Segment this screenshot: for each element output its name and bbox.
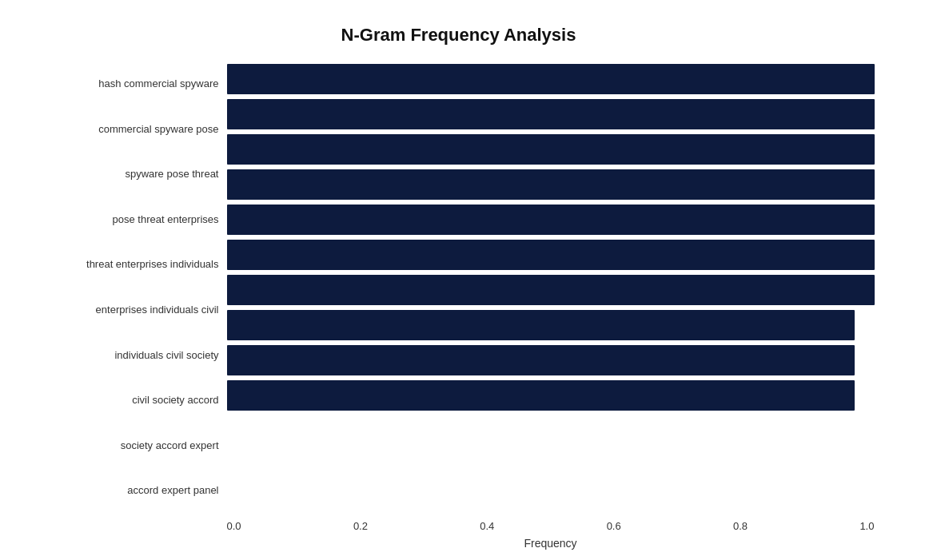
bar-row <box>227 378 875 413</box>
bar <box>227 240 875 270</box>
bar <box>227 310 855 340</box>
bars-section <box>227 62 875 413</box>
bar-row <box>227 272 875 308</box>
y-label: spyware pose threat <box>125 168 218 181</box>
chart-container: N-Gram Frequency Analysis hash commercia… <box>27 9 907 552</box>
chart-title: N-Gram Frequency Analysis <box>43 25 875 46</box>
y-label: accord expert panel <box>127 484 218 497</box>
bar <box>227 99 875 129</box>
bar <box>227 169 875 200</box>
bar <box>227 380 855 411</box>
bar <box>227 345 855 375</box>
bar <box>227 134 875 165</box>
y-label: enterprises individuals civil <box>96 304 219 316</box>
x-tick: 0.8 <box>733 520 748 532</box>
bar-row <box>227 343 875 378</box>
bar-row <box>227 202 875 237</box>
y-label: threat enterprises individuals <box>86 258 218 271</box>
x-tick: 0.4 <box>480 520 494 532</box>
bar-row <box>227 167 875 202</box>
bar-row <box>227 308 875 343</box>
y-label: civil society accord <box>132 394 218 407</box>
bar <box>227 64 875 94</box>
x-tick: 0.0 <box>227 520 241 532</box>
x-axis-area: 0.00.20.40.60.81.0 Frequency <box>227 517 875 550</box>
bar <box>227 205 875 235</box>
bar-row <box>227 132 875 167</box>
y-labels: hash commercial spywarecommercial spywar… <box>43 62 227 517</box>
x-tick: 0.6 <box>607 520 621 532</box>
y-label: pose threat enterprises <box>113 213 219 226</box>
x-axis-label: Frequency <box>227 537 875 550</box>
x-tick: 1.0 <box>859 520 874 532</box>
y-label: individuals civil society <box>114 349 218 362</box>
y-label: commercial spyware pose <box>98 123 218 136</box>
x-tick: 0.2 <box>353 520 368 532</box>
bar-row <box>227 97 875 132</box>
bars-wrapper <box>227 62 875 517</box>
y-label: hash commercial spyware <box>98 77 218 90</box>
x-ticks: 0.00.20.40.60.81.0 <box>227 517 875 534</box>
bar <box>227 275 875 305</box>
bar-row <box>227 237 875 272</box>
y-label: society accord expert <box>121 439 219 452</box>
bar-row <box>227 62 875 97</box>
chart-area: hash commercial spywarecommercial spywar… <box>43 62 875 517</box>
